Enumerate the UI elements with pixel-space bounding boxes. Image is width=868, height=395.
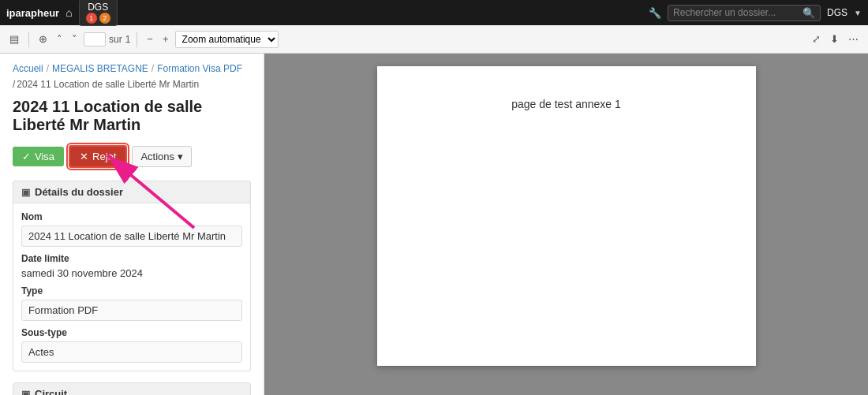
details-section: ▣ Détails du dossier Nom 2024 11 Locatio… [13, 181, 251, 371]
breadcrumb-formation[interactable]: Formation Visa PDF [157, 63, 242, 74]
details-header-icon: ▣ [21, 187, 30, 198]
details-header: ▣ Détails du dossier [13, 181, 250, 203]
pdf-toolbar: ▤ ⊕ ˄ ˅ 1 sur 1 − + Zoom automatique ⤢ ⬇… [0, 25, 868, 54]
search-icon: 🔍 [803, 7, 815, 19]
prev-page-button[interactable]: ˄ [54, 32, 65, 47]
pdf-toolbar-right: ⤢ ⬇ ⋯ [809, 32, 862, 47]
user-label: DGS [827, 7, 847, 18]
date-limite-value: samedi 30 novembre 2024 [21, 267, 242, 279]
badge-red: 1 [86, 13, 97, 24]
zoom-select[interactable]: Zoom automatique [175, 31, 279, 48]
left-panel: Accueil / MEGALIS BRETAGNE / Formation V… [0, 54, 264, 395]
dgs-badge-label: DGS [88, 2, 108, 13]
brand-logo: iparapheur [6, 7, 59, 19]
zoom-search-button[interactable]: ⊕ [36, 32, 51, 47]
navbar: iparapheur ⌂ DGS 1 2 🔧 🔍 DGS ▼ [0, 0, 868, 25]
page-sep: sur [109, 34, 122, 45]
details-header-label: Détails du dossier [35, 186, 123, 198]
next-page-button[interactable]: ˅ [69, 32, 80, 47]
more-button[interactable]: ⋯ [845, 32, 862, 47]
zoom-in-button[interactable]: + [159, 32, 172, 47]
breadcrumb-accueil[interactable]: Accueil [13, 63, 43, 74]
toolbar-divider-2 [137, 32, 137, 47]
nom-label: Nom [21, 211, 242, 222]
rejet-icon: ✕ [80, 151, 88, 162]
main-layout: Accueil / MEGALIS BRETAGNE / Formation V… [0, 54, 868, 395]
badge-orange: 2 [99, 13, 110, 24]
wrench-icon[interactable]: 🔧 [649, 7, 661, 19]
type-value: Formation PDF [21, 300, 242, 321]
date-limite-label: Date limite [21, 253, 242, 264]
pdf-viewer: page de test annexe 1 [264, 54, 868, 395]
download-button[interactable]: ⬇ [827, 32, 842, 47]
badge-notifications: 1 2 [86, 13, 110, 24]
search-input[interactable] [673, 7, 799, 18]
breadcrumb: Accueil / MEGALIS BRETAGNE / Formation V… [13, 63, 251, 74]
action-buttons: ✓ Visa ✕ Rejet Actions ▾ [13, 145, 251, 168]
circuit-header: ▣ Circuit [13, 383, 250, 395]
pdf-page: page de test annexe 1 [377, 66, 756, 366]
page-title: 2024 11 Location de salle Liberté Mr Mar… [13, 98, 251, 134]
visa-icon: ✓ [22, 151, 31, 162]
breadcrumb-sep-1: / [47, 63, 49, 74]
visa-button[interactable]: ✓ Visa [13, 147, 64, 166]
fit-page-button[interactable]: ⤢ [809, 32, 824, 47]
visa-label: Visa [35, 151, 54, 162]
circuit-header-label: Circuit [35, 388, 67, 395]
panel-toggle-button[interactable]: ▤ [6, 32, 22, 47]
actions-chevron-icon: ▾ [178, 151, 183, 162]
type-label: Type [21, 285, 242, 296]
pdf-page-text: page de test annexe 1 [511, 98, 621, 110]
toolbar-divider [28, 32, 29, 47]
dgs-badge[interactable]: DGS 1 2 [79, 0, 118, 26]
breadcrumb-sep-2: / [152, 63, 154, 74]
circuit-section: ▣ Circuit ✓ ▣ Formation Création PDF Par… [13, 382, 251, 395]
navbar-chevron-icon[interactable]: ▼ [854, 9, 862, 17]
rejet-button[interactable]: ✕ Rejet [69, 145, 127, 168]
nom-value: 2024 11 Location de salle Liberté Mr Mar… [21, 225, 242, 247]
actions-label: Actions [140, 151, 174, 162]
search-bar: 🔍 [668, 5, 821, 21]
pdf-toolbar-left: ▤ ⊕ ˄ ˅ 1 sur 1 − + Zoom automatique [6, 31, 279, 48]
sous-type-value: Actes [21, 341, 242, 363]
total-pages: 1 [125, 34, 131, 45]
breadcrumb-sub-title: 2024 11 Location de salle Liberté Mr Mar… [17, 79, 199, 90]
current-page-input[interactable]: 1 [84, 32, 106, 47]
breadcrumb-sub-sep: / [13, 79, 15, 90]
breadcrumb-sub: / 2024 11 Location de salle Liberté Mr M… [13, 79, 251, 90]
details-body: Nom 2024 11 Location de salle Liberté Mr… [13, 203, 250, 371]
breadcrumb-megalis[interactable]: MEGALIS BRETAGNE [52, 63, 148, 74]
circuit-header-icon: ▣ [21, 389, 30, 396]
home-icon[interactable]: ⌂ [65, 6, 72, 19]
actions-button[interactable]: Actions ▾ [132, 146, 192, 167]
rejet-label: Rejet [92, 151, 116, 162]
sous-type-label: Sous-type [21, 327, 242, 338]
zoom-out-button[interactable]: − [144, 32, 156, 47]
